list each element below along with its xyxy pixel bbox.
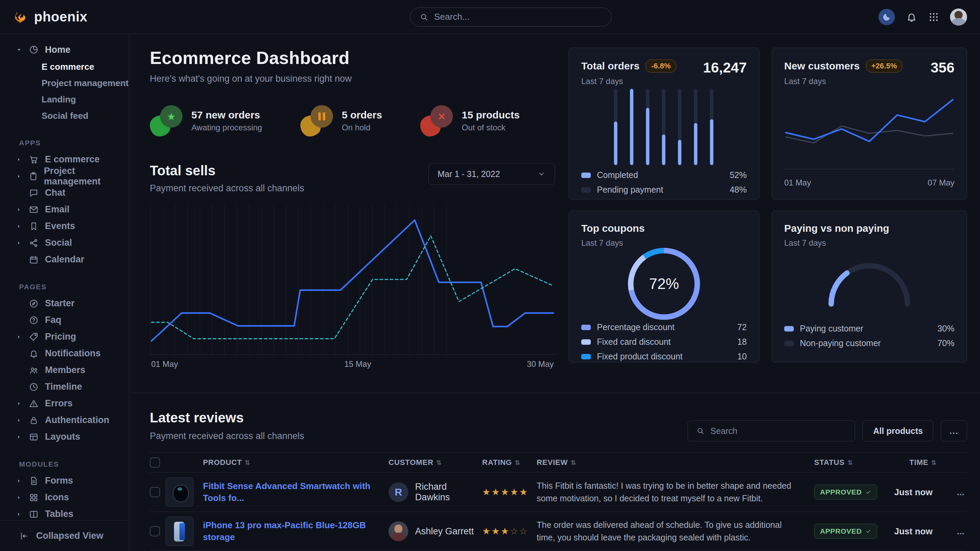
sidebar: HomeE commerceProject managementLandingS… <box>0 34 129 551</box>
sidebar-item-starter[interactable]: Starter <box>0 295 129 312</box>
sort-icon[interactable]: ⇅ <box>245 459 250 466</box>
card-value: 16,247 <box>703 60 747 76</box>
product-thumbnail[interactable] <box>165 478 193 507</box>
sidebar-item-errors[interactable]: Errors <box>0 395 129 412</box>
sidebar-subitem-e-commerce[interactable]: E commerce <box>0 59 129 75</box>
status-badge: APPROVED <box>814 484 877 500</box>
sidebar-item-social[interactable]: Social <box>0 235 129 251</box>
theme-toggle-button[interactable] <box>878 9 895 25</box>
date-range-select[interactable]: Mar 1 - 31, 2022 <box>428 163 555 185</box>
legend-label: Percentage discount <box>597 322 675 332</box>
user-avatar[interactable] <box>950 8 967 25</box>
sidebar-subitem-social-feed[interactable]: Social feed <box>0 108 129 124</box>
legend-color-chip <box>581 354 591 359</box>
sidebar-item-label: Icons <box>45 492 69 503</box>
column-header-product[interactable]: PRODUCT⇅ <box>203 458 388 467</box>
select-all-checkbox[interactable] <box>150 457 160 468</box>
sidebar-item-label: Errors <box>45 398 73 409</box>
sidebar-item-label: Events <box>45 221 75 232</box>
caret-down-icon <box>16 46 23 53</box>
global-search[interactable] <box>410 8 612 27</box>
card-title: Paying vs non paying <box>784 222 955 234</box>
sidebar-item-pricing[interactable]: Pricing <box>0 329 129 345</box>
sidebar-item-chat[interactable]: Chat <box>0 184 129 201</box>
all-products-filter-button[interactable]: All products <box>862 420 933 441</box>
sort-icon[interactable]: ⇅ <box>931 459 937 466</box>
column-header-rating[interactable]: RATING⇅ <box>482 458 537 467</box>
product-link[interactable]: Fitbit Sense Advanced Smartwatch with To… <box>203 480 388 504</box>
file-icon <box>29 476 40 486</box>
sidebar-item-label: Home <box>45 44 70 55</box>
card-period: Last 7 days <box>581 238 747 248</box>
sidebar-subitem-landing[interactable]: Landing <box>0 91 129 108</box>
sidebar-item-faq[interactable]: Faq <box>0 312 129 329</box>
column-header-status[interactable]: STATUS⇅ <box>814 458 894 467</box>
sidebar-item-forms[interactable]: Forms <box>0 472 129 489</box>
customer-name: Richard Dawkins <box>415 481 482 503</box>
star-filled-icon: ★ <box>482 487 492 497</box>
legend-item: Fixed product discount 10 <box>581 349 747 364</box>
star-filled-icon: ★ <box>482 526 492 537</box>
rating-stars: ★★★★★ <box>482 487 537 497</box>
notifications-bell-button[interactable] <box>906 11 917 23</box>
product-thumbnail[interactable] <box>165 517 193 546</box>
star-filled-icon: ★ <box>501 526 510 537</box>
reviews-search[interactable] <box>687 420 855 441</box>
card-period: Last 7 days <box>784 238 955 248</box>
sidebar-item-calendar[interactable]: Calendar <box>0 251 129 268</box>
sort-icon[interactable]: ⇅ <box>515 459 521 466</box>
sidebar-item-timeline[interactable]: Timeline <box>0 378 129 395</box>
star-filled-icon: ★ <box>510 487 519 497</box>
reviews-subtitle: Payment received across all channels <box>150 431 304 441</box>
row-checkbox[interactable] <box>150 526 160 537</box>
sidebar-item-email[interactable]: Email <box>0 201 129 218</box>
brand-logo[interactable]: phoenix <box>13 9 88 25</box>
pause-status-icon <box>300 105 333 137</box>
sidebar-item-members[interactable]: Members <box>0 362 129 378</box>
sidebar-section-label: APPS <box>19 139 129 147</box>
sort-icon[interactable]: ⇅ <box>848 459 853 466</box>
sidebar-item-label: Pricing <box>45 332 76 342</box>
legend-label: Non-paying customer <box>800 338 881 348</box>
sidebar-item-events[interactable]: Events <box>0 218 129 235</box>
column-header-review[interactable]: REVIEW⇅ <box>537 458 814 467</box>
sidebar-item-label: Timeline <box>45 381 82 392</box>
global-search-input[interactable] <box>434 11 602 22</box>
sidebar-subitem-project-management[interactable]: Project management <box>0 75 129 91</box>
total-sells-subtitle: Payment received across all channels <box>150 183 304 194</box>
product-link[interactable]: iPhone 13 pro max-Pacific Blue-128GB sto… <box>203 519 388 543</box>
search-icon <box>696 426 705 435</box>
star-filled-icon: ★ <box>492 487 501 497</box>
apps-grid-button[interactable] <box>928 11 939 22</box>
sidebar-item-layouts[interactable]: Layouts <box>0 429 129 445</box>
caret-right-icon <box>16 511 23 517</box>
tablecols-icon <box>29 509 40 519</box>
card-title: Top coupons <box>581 222 747 234</box>
sidebar-item-icons[interactable]: Icons <box>0 489 129 506</box>
sidebar-item-home[interactable]: Home <box>0 41 129 59</box>
reviews-more-button[interactable]: ... <box>941 420 967 441</box>
column-header-time[interactable]: TIME⇅ <box>894 458 947 467</box>
row-more-button[interactable]: ... <box>947 526 967 537</box>
review-time: Just now <box>894 526 947 537</box>
new-customers-card: New customers +26.5% Last 7 days 356 01 … <box>772 48 967 199</box>
sidebar-item-project-management[interactable]: Project management <box>0 168 129 184</box>
column-header-customer[interactable]: CUSTOMER⇅ <box>388 458 482 467</box>
brand-name: phoenix <box>34 9 88 24</box>
sidebar-item-authentication[interactable]: Authentication <box>0 412 129 429</box>
collapsed-view-toggle[interactable]: Collapsed View <box>0 520 129 551</box>
card-title: New customers <box>784 60 860 72</box>
sidebar-item-notifications[interactable]: Notifications <box>0 345 129 362</box>
sort-icon[interactable]: ⇅ <box>571 459 576 466</box>
sort-icon[interactable]: ⇅ <box>436 459 442 466</box>
row-more-button[interactable]: ... <box>947 487 967 497</box>
paying-legend: Paying customer 30% Non-paying customer … <box>784 321 955 351</box>
caret-right-icon <box>16 157 23 163</box>
sidebar-item-tables[interactable]: Tables <box>0 506 129 520</box>
review-text: The order was delivered ahead of schedul… <box>537 519 814 544</box>
reviews-search-input[interactable] <box>710 426 846 436</box>
table-header-row: PRODUCT⇅CUSTOMER⇅RATING⇅REVIEW⇅STATUS⇅TI… <box>150 452 967 473</box>
bookmark-icon <box>29 221 40 232</box>
quick-stat-label: Out of stock <box>462 123 520 132</box>
row-checkbox[interactable] <box>150 487 160 497</box>
